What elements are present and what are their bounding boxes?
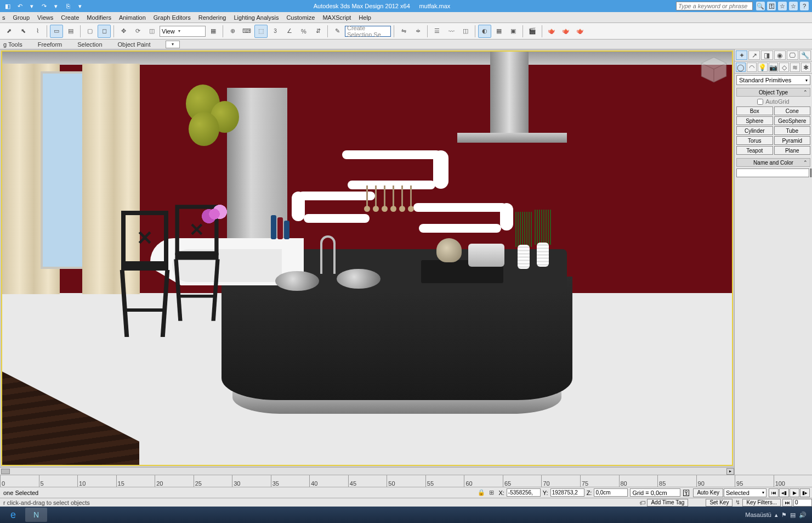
qat-more-icon[interactable]: ▾ <box>76 2 84 10</box>
material-editor-icon[interactable]: ◐ <box>478 25 491 38</box>
render-frame-icon[interactable]: ▣ <box>507 25 520 38</box>
move-icon[interactable]: ✥ <box>117 25 130 38</box>
primitive-type-dropdown[interactable]: Standard Primitives <box>736 75 810 85</box>
bind-space-warp-icon[interactable]: ⌇ <box>31 25 44 38</box>
spinner-snap-icon[interactable]: ⇵ <box>311 25 325 38</box>
link-icon[interactable]: ⎘ <box>64 2 72 10</box>
menu-create[interactable]: Create <box>61 14 79 21</box>
add-time-tag-button[interactable]: Add Time Tag <box>647 499 688 507</box>
helpers-tab-icon[interactable]: ◇ <box>779 63 789 72</box>
scale-icon[interactable]: ◫ <box>145 25 158 38</box>
teapot1-icon[interactable]: 🫖 <box>545 25 558 38</box>
torus-button[interactable]: Torus <box>736 136 773 145</box>
scroll-thumb[interactable] <box>1 469 10 474</box>
binoculars-icon[interactable]: 🔍 <box>756 2 765 10</box>
isolate-icon[interactable]: ⊞ <box>486 488 496 497</box>
y-input[interactable] <box>550 488 584 497</box>
select-link-icon[interactable]: ⬈ <box>2 25 15 38</box>
keymode2-icon[interactable]: ↯ <box>733 499 742 507</box>
keyfilters-button[interactable]: Key Filters... <box>742 499 781 507</box>
key-target-dropdown[interactable]: Selected <box>724 488 766 497</box>
viewcube-icon[interactable] <box>699 55 729 85</box>
select-object-icon[interactable]: ▭ <box>50 25 63 38</box>
menu-views[interactable]: Views <box>37 14 53 21</box>
current-frame-input[interactable] <box>793 499 812 507</box>
spacewarps-tab-icon[interactable]: ≋ <box>790 63 800 72</box>
angle-snap-icon[interactable]: ∠ <box>283 25 296 38</box>
plane-button[interactable]: Plane <box>774 146 811 155</box>
autokey-button[interactable]: Auto Key <box>693 488 723 497</box>
ribbon-expand-icon[interactable]: ▾ <box>166 41 180 48</box>
geosphere-button[interactable]: GeoSphere <box>774 116 811 125</box>
tray-up-icon[interactable]: ▴ <box>775 511 778 519</box>
mirror-icon[interactable]: ⇋ <box>397 25 410 38</box>
keyboard-shortcut-icon[interactable]: ⌨ <box>240 25 253 38</box>
cone-button[interactable]: Cone <box>774 106 811 115</box>
ref-coord-dropdown[interactable]: View <box>160 26 206 37</box>
menu-rendering[interactable]: Rendering <box>198 14 226 21</box>
menu-graph-editors[interactable]: Graph Editors <box>154 14 191 21</box>
timetag-icon[interactable]: 🏷 <box>638 499 646 507</box>
rollout-object-type[interactable]: Object Type <box>736 88 810 97</box>
named-selection-input[interactable]: Create Selection Se <box>345 26 391 37</box>
rollout-name-color[interactable]: Name and Color <box>736 158 810 167</box>
align-icon[interactable]: ≑ <box>411 25 424 38</box>
undo-icon[interactable]: ↶ <box>15 2 24 10</box>
shapes-tab-icon[interactable]: ◠ <box>747 63 757 72</box>
menu-maxscript[interactable]: MAXScript <box>322 14 351 21</box>
lock-selection-icon[interactable]: 🔒 <box>476 488 486 497</box>
three-label[interactable]: 3 <box>269 25 282 38</box>
menu-lighting[interactable]: Lighting Analysis <box>234 14 279 21</box>
geometry-tab-icon[interactable]: ◯ <box>736 63 746 72</box>
teapot2-icon[interactable]: 🫖 <box>559 25 572 38</box>
rect-region-icon[interactable]: ▢ <box>83 25 96 38</box>
3dsmax-taskbar-icon[interactable]: N <box>25 508 47 522</box>
tube-button[interactable]: Tube <box>774 126 811 135</box>
tray-action-icon[interactable]: ⚑ <box>781 511 787 519</box>
display-tab-icon[interactable]: 🖵 <box>787 50 798 60</box>
ribbon-tab-freeform[interactable]: Freeform <box>38 41 63 48</box>
ribbon-tab-modeling[interactable]: g Tools <box>3 41 22 48</box>
time-slider[interactable]: 0510152025303540455055606570758085909510… <box>0 475 812 487</box>
star-icon[interactable]: ☆ <box>778 2 787 10</box>
box-button[interactable]: Box <box>736 106 773 115</box>
viewport-scrollbar[interactable]: ▸ <box>0 467 734 475</box>
goto-end-icon[interactable]: ⏭ <box>782 499 792 507</box>
unlink-icon[interactable]: ⬉ <box>16 25 30 38</box>
menu-edit[interactable]: s <box>2 14 5 21</box>
schematic-icon[interactable]: ◫ <box>459 25 472 38</box>
redo-icon[interactable]: ↷ <box>39 2 48 10</box>
app-menu-icon[interactable]: ◧ <box>3 2 12 10</box>
percent-snap-icon[interactable]: % <box>297 25 310 38</box>
cylinder-button[interactable]: Cylinder <box>736 126 773 135</box>
pyramid-button[interactable]: Pyramid <box>774 136 811 145</box>
teapot3-icon[interactable]: 🫖 <box>573 25 587 38</box>
play-icon[interactable]: ▶ <box>790 488 799 497</box>
snap-toggle-icon[interactable]: ⬚ <box>254 25 268 38</box>
next-frame-icon[interactable]: ▮▸ <box>800 488 810 497</box>
ie-taskbar-icon[interactable]: e <box>2 508 24 522</box>
select-name-icon[interactable]: ▤ <box>64 25 77 38</box>
menu-customize[interactable]: Customize <box>286 14 315 21</box>
x-input[interactable] <box>507 488 541 497</box>
use-center-icon[interactable]: ▦ <box>207 25 220 38</box>
qat-dropdown2-icon[interactable]: ▾ <box>52 2 60 10</box>
cameras-tab-icon[interactable]: 📷 <box>769 63 779 72</box>
star2-icon[interactable]: ☆ <box>789 2 798 10</box>
ribbon-tab-objectpaint[interactable]: Object Paint <box>118 41 151 48</box>
select-manipulate-icon[interactable]: ⊕ <box>226 25 239 38</box>
render-setup-icon[interactable]: ▦ <box>492 25 506 38</box>
scroll-right-icon[interactable]: ▸ <box>726 468 734 475</box>
viewport[interactable] <box>1 50 733 466</box>
help-search-input[interactable] <box>676 2 753 10</box>
tray-label[interactable]: Masaüstü <box>745 511 771 518</box>
prev-frame-icon[interactable]: ◂▮ <box>779 488 789 497</box>
create-tab-icon[interactable]: ✦ <box>736 50 747 60</box>
z-input[interactable] <box>594 488 628 497</box>
menu-group[interactable]: Group <box>13 14 30 21</box>
layers-icon[interactable]: ☰ <box>430 25 444 38</box>
help-icon[interactable]: ? <box>800 2 809 10</box>
ribbon-tab-selection[interactable]: Selection <box>77 41 102 48</box>
menu-modifiers[interactable]: Modifiers <box>87 14 111 21</box>
utilities-tab-icon[interactable]: 🔧 <box>799 50 811 60</box>
